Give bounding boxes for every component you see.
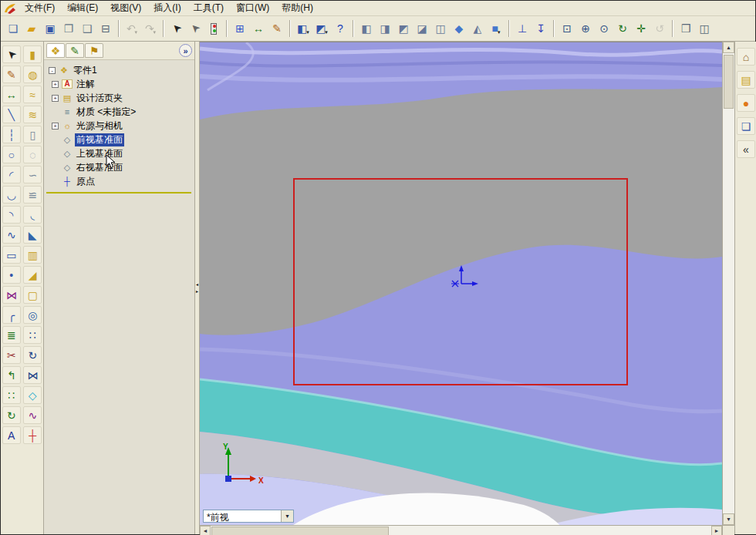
tree-item-origin[interactable]: ┼原点 (44, 174, 194, 188)
select-button[interactable]: ➤ (167, 19, 186, 38)
split-viewport-button[interactable]: ◫ (695, 19, 714, 38)
tree-item-right-plane[interactable]: ◇右视基准面 (44, 160, 194, 174)
help-button[interactable]: ? (331, 19, 349, 38)
mirror-feature-button[interactable]: ⋈ (23, 366, 42, 384)
offset-entities-button[interactable]: ≣ (2, 326, 21, 344)
convert-entities-button[interactable]: ↰ (2, 366, 21, 384)
sketch-text-button[interactable]: A (2, 426, 21, 444)
menu-item-view[interactable]: 视图(V) (104, 0, 147, 16)
swept-cut-button[interactable]: ∽ (23, 166, 42, 183)
revolved-cut-button[interactable]: ◌ (23, 146, 42, 163)
collapse-pane-button[interactable]: « (737, 140, 755, 158)
smart-dimension-button[interactable]: ↔ (2, 86, 21, 103)
tab-configuration-manager[interactable]: ⚑ (85, 43, 103, 58)
extruded-boss-button[interactable]: ▮ (23, 45, 42, 63)
tree-expander-lights-cameras[interactable]: + (52, 123, 59, 130)
lofted-boss-button[interactable]: ≋ (23, 106, 42, 123)
tree-item-top-plane[interactable]: ◇上视基准面 (44, 146, 194, 160)
pan-button[interactable]: ✛ (632, 19, 650, 38)
menu-item-help[interactable]: 帮助(H) (275, 0, 319, 16)
menu-item-file[interactable]: 文件(F) (19, 0, 61, 16)
menu-item-insert[interactable]: 插入(I) (147, 0, 187, 16)
tree-item-material[interactable]: ≡材质 <未指定> (44, 105, 194, 119)
fillet-button[interactable]: ◟ (23, 206, 42, 224)
select-button[interactable]: ➤ (2, 45, 21, 63)
scroll-right-button[interactable]: ► (711, 526, 722, 535)
tree-item-part1[interactable]: -❖零件1 (44, 63, 194, 77)
sketch-button[interactable]: ✎ (2, 66, 21, 83)
point-button[interactable]: • (2, 266, 21, 284)
display-style-button[interactable]: ◩▾ (312, 19, 331, 38)
tab-feature-manager[interactable]: ❖ (46, 43, 65, 58)
view-selector-dropdown-icon[interactable]: ▼ (281, 510, 293, 522)
three-point-arc-button[interactable]: ◝ (2, 206, 21, 224)
circular-sketch-pattern-button[interactable]: ↻ (2, 406, 21, 424)
horizontal-scrollbar[interactable]: ◄ ► (200, 525, 722, 535)
tree-item-front-plane[interactable]: ◇前视基准面 (44, 133, 194, 146)
circular-pattern-button[interactable]: ↻ (23, 346, 42, 364)
standard-views-button[interactable]: ■▾ (487, 19, 505, 38)
save-button[interactable]: ▣ (41, 19, 59, 38)
make-drawing-from-part-button[interactable]: ❐ (59, 19, 78, 38)
design-library-button[interactable]: ▤ (737, 71, 755, 89)
reference-geometry-button[interactable]: ◇ (23, 386, 42, 404)
chamfer-button[interactable]: ◣ (23, 226, 42, 244)
shell-button[interactable]: ▢ (23, 286, 42, 304)
mirror-entities-button[interactable]: ⋈ (2, 286, 21, 304)
centerpoint-arc-button[interactable]: ◜ (2, 166, 21, 183)
splitter-arrow-icon[interactable]: ◂ (196, 281, 198, 288)
flyout-expand-button[interactable]: » (179, 44, 192, 57)
menu-item-tools[interactable]: 工具(T) (187, 0, 230, 16)
new-document-button[interactable]: ❏ (4, 19, 22, 38)
view-orientation-button[interactable]: ◧▾ (294, 19, 312, 38)
print-button[interactable]: ⊟ (96, 19, 115, 38)
sketch-tools-button[interactable]: ✎ (268, 19, 286, 38)
tab-property-manager[interactable]: ✎ (66, 43, 84, 58)
view-top-button[interactable]: ◫ (431, 19, 450, 38)
tree-item-design-binder[interactable]: +▤设计活页夹 (44, 91, 194, 105)
hole-wizard-button[interactable]: ◎ (23, 306, 42, 324)
swept-boss-button[interactable]: ≈ (23, 86, 42, 103)
view-back-button[interactable]: ◨ (376, 19, 394, 38)
scroll-up-button[interactable]: ▲ (723, 42, 734, 53)
view-right-button[interactable]: ◪ (413, 19, 431, 38)
rollback-bar[interactable] (46, 192, 191, 193)
tree-item-annotations[interactable]: +A注解 (44, 77, 194, 91)
horizontal-scroll-thumb[interactable] (211, 527, 389, 535)
tree-expander-design-binder[interactable]: + (52, 95, 59, 102)
view-isometric-button[interactable]: ◆ (450, 19, 468, 38)
sketch-button[interactable]: ⊞ (231, 19, 249, 38)
tree-expander-annotations[interactable]: + (52, 81, 59, 88)
tree-item-lights-cameras[interactable]: +☼光源与相机 (44, 119, 194, 133)
view-front-button[interactable]: ◧ (357, 19, 376, 38)
linear-pattern-button[interactable]: ∷ (23, 326, 42, 344)
trim-entities-button[interactable]: ✂ (2, 346, 21, 364)
coordinate-system-button[interactable]: ┼ (23, 426, 42, 444)
make-assembly-from-part-button[interactable]: ❑ (78, 19, 96, 38)
line-button[interactable]: ╲ (2, 106, 21, 123)
scroll-left-button[interactable]: ◄ (200, 526, 211, 535)
rectangle-button[interactable]: ▭ (2, 246, 21, 264)
selection-filter-button[interactable]: ➤ (186, 19, 204, 38)
rib-button[interactable]: ▥ (23, 246, 42, 264)
lofted-cut-button[interactable]: ≌ (23, 186, 42, 204)
online-resources-button[interactable]: ● (737, 94, 755, 112)
zoom-to-area-button[interactable]: ⊡ (558, 19, 576, 38)
display-style-caret-icon[interactable]: ▾ (325, 29, 328, 37)
menu-item-window[interactable]: 窗口(W) (230, 0, 275, 16)
revolved-boss-button[interactable]: ◍ (23, 66, 42, 83)
centerline-button[interactable]: ┆ (2, 126, 21, 143)
undo-caret-icon[interactable]: ▾ (135, 29, 138, 37)
view-selector-combo[interactable]: *前视 ▼ (203, 510, 294, 523)
selection-toggle-button[interactable] (204, 19, 223, 38)
tree-expander-part1[interactable]: - (49, 67, 56, 74)
vertical-scroll-thumb[interactable] (724, 55, 734, 109)
spline-button[interactable]: ∿ (2, 226, 21, 244)
normal-to-button[interactable]: ⊥ (513, 19, 532, 38)
redo-caret-icon[interactable]: ▾ (154, 29, 157, 37)
linear-sketch-pattern-button[interactable]: ∷ (2, 386, 21, 404)
section-view-button[interactable]: ◭ (468, 19, 487, 38)
standard-views-caret-icon[interactable]: ▾ (498, 29, 501, 37)
search-results-button[interactable]: ❏ (737, 117, 755, 135)
extruded-cut-button[interactable]: ▯ (23, 126, 42, 143)
